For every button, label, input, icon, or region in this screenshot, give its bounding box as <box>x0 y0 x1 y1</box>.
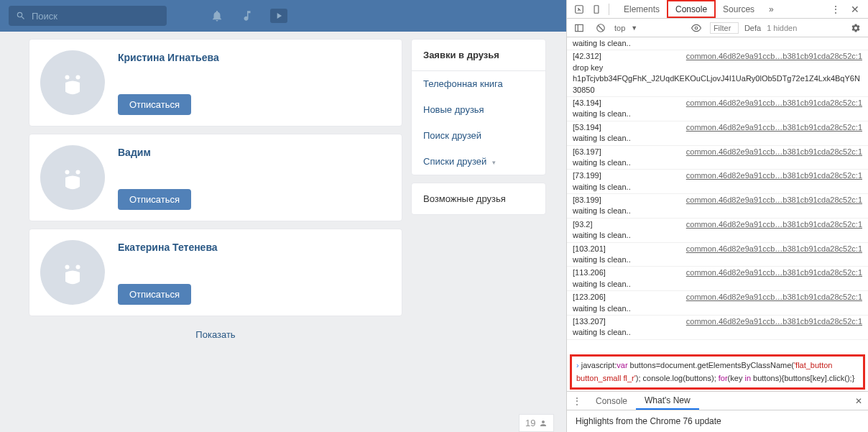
filter-input[interactable] <box>710 22 739 34</box>
inspect-icon[interactable] <box>571 1 587 17</box>
devtools-panel: Elements Console Sources » ⋮ ✕ top ▼ Def… <box>566 0 868 432</box>
devtools-drawer: ⋮ Console What's New ✕ Highlights from t… <box>567 391 868 432</box>
clear-icon[interactable] <box>593 20 609 36</box>
log-entry: [63.197]common.46d82e9a91ccb…b381cb91cda… <box>567 146 868 170</box>
eye-icon[interactable] <box>688 20 704 36</box>
log-source-link[interactable]: common.46d82e9a91ccb…b381cb91cda28c52c:1 <box>686 122 862 133</box>
vk-header: Поиск <box>0 0 566 32</box>
up-count: 19 <box>525 418 535 428</box>
tab-elements[interactable]: Elements <box>617 0 667 18</box>
svg-point-4 <box>65 265 70 270</box>
log-entry: [42.312]common.46d82e9a91ccb…b381cb91cda… <box>567 50 868 97</box>
tab-console[interactable]: Console <box>667 0 716 18</box>
log-entry: [53.194]common.46d82e9a91ccb…b381cb91cda… <box>567 121 868 146</box>
svg-point-1 <box>76 75 80 80</box>
friend-card: Вадим Отписаться <box>29 134 402 221</box>
friends-list: Кристина Игнатьева Отписаться Вадим Отпи… <box>0 32 402 432</box>
log-source-link[interactable]: common.46d82e9a91ccb…b381cb91cda28c52c:1 <box>686 316 862 327</box>
device-icon[interactable] <box>588 1 604 17</box>
unsubscribe-button[interactable]: Отписаться <box>118 284 191 305</box>
console-log[interactable]: waiting ls clean..[42.312]common.46d82e9… <box>567 37 868 353</box>
avatar[interactable] <box>40 50 105 115</box>
svg-line-11 <box>599 25 604 30</box>
friend-card: Екатерина Тетенева Отписаться <box>29 229 402 316</box>
svg-point-3 <box>76 170 80 175</box>
friend-name[interactable]: Екатерина Тетенева <box>118 242 391 253</box>
music-icon[interactable] <box>240 9 254 23</box>
log-entry: [43.194]common.46d82e9a91ccb…b381cb91cda… <box>567 97 868 121</box>
log-source-link[interactable]: common.46d82e9a91ccb…b381cb91cda28c52c:1 <box>686 147 862 157</box>
log-entry: [113.206]common.46d82e9a91ccb…b381cb91cd… <box>567 267 868 291</box>
show-more[interactable]: Показать <box>29 322 402 347</box>
log-entry: waiting ls clean.. <box>567 37 868 50</box>
svg-rect-7 <box>594 5 599 13</box>
log-entry: [103.201]common.46d82e9a91ccb…b381cb91cd… <box>567 243 868 267</box>
sidebar-item-findfriends[interactable]: Поиск друзей <box>412 123 545 149</box>
console-toolbar: top ▼ Defa 1 hidden <box>567 19 868 37</box>
drawer-tab-console[interactable]: Console <box>587 392 636 410</box>
person-icon <box>539 419 548 428</box>
friend-name[interactable]: Вадим <box>118 147 391 158</box>
drawer-menu-icon[interactable]: ⋮ <box>567 396 587 406</box>
svg-point-5 <box>76 265 80 270</box>
tab-sources[interactable]: Sources <box>716 0 762 18</box>
sidebar-item-lists[interactable]: Списки друзей ▾ <box>412 149 545 175</box>
vk-body: Кристина Игнатьева Отписаться Вадим Отпи… <box>0 32 566 432</box>
log-source-link[interactable]: common.46d82e9a91ccb…b381cb91cda28c52c:1 <box>686 98 862 109</box>
close-icon[interactable]: ✕ <box>846 4 864 15</box>
log-entry: [93.2]common.46d82e9a91ccb…b381cb91cda28… <box>567 219 868 243</box>
log-entry: [133.207]common.46d82e9a91ccb…b381cb91cd… <box>567 316 868 340</box>
unsubscribe-button[interactable]: Отписаться <box>118 94 191 115</box>
log-source-link[interactable]: common.46d82e9a91ccb…b381cb91cda28c52c:1 <box>686 244 862 254</box>
sidebar: Заявки в друзья Телефонная книга Новые д… <box>411 32 546 432</box>
log-source-link[interactable]: common.46d82e9a91ccb…b381cb91cda28c52c:1 <box>686 170 862 181</box>
search-input[interactable]: Поиск <box>9 6 167 26</box>
devtools-toolbar: Elements Console Sources » ⋮ ✕ <box>567 0 868 19</box>
log-entry: [73.199]common.46d82e9a91ccb…b381cb91cda… <box>567 170 868 194</box>
chevron-down-icon: ▾ <box>492 159 496 166</box>
sidebar-item-phonebook[interactable]: Телефонная книга <box>412 71 545 97</box>
tab-more[interactable]: » <box>762 0 781 18</box>
sidebar-item-newfriends[interactable]: Новые друзья <box>412 97 545 123</box>
svg-point-2 <box>65 170 70 175</box>
log-source-link[interactable]: common.46d82e9a91ccb…b381cb91cda28c52c:1 <box>686 292 862 303</box>
play-icon[interactable] <box>270 9 287 23</box>
svg-rect-8 <box>576 24 583 31</box>
more-icon[interactable]: ⋮ <box>826 4 845 15</box>
search-placeholder: Поиск <box>32 11 57 22</box>
vk-page: Поиск Кристина Игнатьева Отписаться <box>0 0 566 432</box>
log-entry: [83.199]common.46d82e9a91ccb…b381cb91cda… <box>567 194 868 219</box>
log-source-link[interactable]: common.46d82e9a91ccb…b381cb91cda28c52c:1 <box>686 219 862 230</box>
sidebar-item-label: Списки друзей <box>423 156 486 167</box>
default-levels[interactable]: Defa <box>744 24 761 32</box>
context-selector[interactable]: top <box>614 24 625 32</box>
whatsnew-headline: Highlights from the Chrome 76 update <box>567 410 868 432</box>
log-source-link[interactable]: common.46d82e9a91ccb…b381cb91cda28c52c:1 <box>686 267 862 278</box>
search-icon <box>16 11 26 21</box>
log-entry: [123.206]common.46d82e9a91ccb…b381cb91cd… <box>567 291 868 316</box>
prompt-icon: › <box>576 361 581 369</box>
avatar[interactable] <box>40 240 105 305</box>
header-icons <box>210 9 287 23</box>
console-input[interactable]: › javascript:var buttons=document.getEle… <box>570 354 865 390</box>
avatar[interactable] <box>40 145 105 210</box>
friend-card: Кристина Игнатьева Отписаться <box>29 39 402 127</box>
possible-friends-header: Возможные друзья <box>411 183 546 215</box>
drawer-tab-whatsnew[interactable]: What's New <box>636 392 699 410</box>
log-source-link[interactable]: common.46d82e9a91ccb…b381cb91cda28c52c:1 <box>686 195 862 206</box>
bell-icon[interactable] <box>210 9 224 23</box>
drawer-close-icon[interactable]: ✕ <box>849 396 868 406</box>
svg-point-12 <box>695 27 698 29</box>
log-source-link[interactable]: common.46d82e9a91ccb…b381cb91cda28c52c:1 <box>686 51 862 62</box>
chevron-down-icon: ▼ <box>631 24 637 32</box>
hidden-count[interactable]: 1 hidden <box>767 24 797 32</box>
sidebar-header: Заявки в друзья <box>412 40 545 71</box>
sidebar-toggle-icon[interactable] <box>571 20 587 36</box>
gear-icon[interactable] <box>848 20 864 36</box>
up-button[interactable]: 19 <box>519 414 554 432</box>
svg-point-0 <box>65 75 70 80</box>
friend-name[interactable]: Кристина Игнатьева <box>118 52 391 63</box>
unsubscribe-button[interactable]: Отписаться <box>118 189 191 210</box>
